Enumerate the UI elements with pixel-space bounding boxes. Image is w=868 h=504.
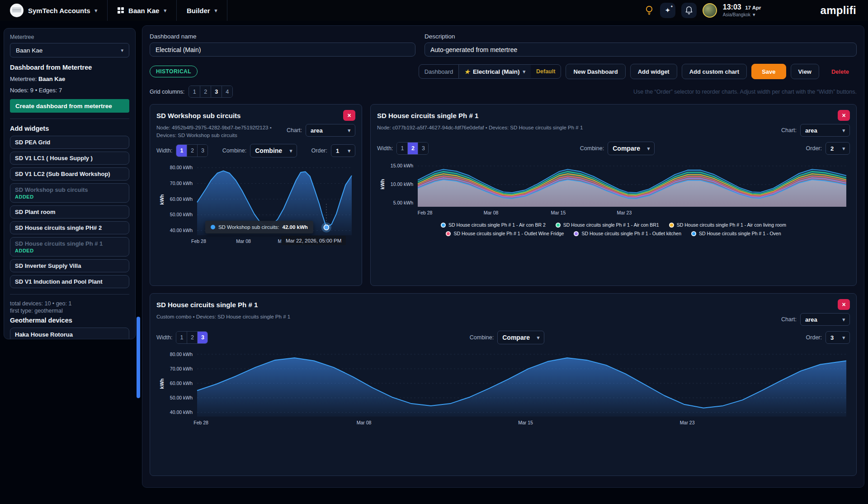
area-chart-house-compare[interactable]: 5.00 kWh10.00 kWh15.00 kWhkWhFeb 28Mar 0… [377, 158, 850, 218]
widget-item: SD House circuits single Ph # 1ADDED [10, 237, 129, 257]
sidebar-scrollbar-thumb[interactable] [137, 317, 140, 398]
width-option-1[interactable]: 1 [176, 332, 187, 343]
legend-item[interactable]: SD House circuits single Ph # 1 - Air co… [669, 222, 786, 228]
tooltip-dot-icon [211, 225, 215, 229]
device-name: Haka House Rotorua [15, 331, 124, 338]
width-option-1[interactable]: 1 [176, 145, 187, 157]
width-option-1[interactable]: 1 [397, 143, 407, 154]
sparkles-icon: ✦ [665, 6, 671, 14]
geothermal-device-item[interactable]: Haka House Rotorua 6952aaae23e9166c5910c… [10, 328, 129, 339]
combine-select[interactable]: Compare▾ [608, 142, 655, 155]
chevron-down-icon: ▾ [95, 8, 98, 14]
svg-text:kWh: kWh [159, 378, 165, 389]
widget-item[interactable]: SD House circuits single PH# 2 [10, 221, 129, 234]
device-id: 6952aaae23e9166c5910c8c8 [15, 339, 124, 339]
combine-select[interactable]: Compare▾ [497, 331, 544, 344]
dashboard-name-label: Dashboard name [150, 33, 415, 40]
add-widget-button[interactable]: Add widget [630, 64, 677, 79]
create-dashboard-button[interactable]: Create dashboard from metertree [10, 99, 129, 113]
lightbulb-icon[interactable] [644, 5, 654, 16]
combine-select[interactable]: Combine▾ [250, 144, 297, 157]
svg-text:Mar 08: Mar 08 [484, 210, 499, 215]
order-select[interactable]: 2▾ [826, 142, 850, 155]
historical-badge: HISTORICAL [150, 66, 198, 77]
save-button[interactable]: Save [751, 64, 786, 79]
site-menu[interactable]: Baan Kae ▾ [108, 0, 176, 21]
svg-text:50.00 kWh: 50.00 kWh [170, 395, 193, 400]
grid-columns-option-4[interactable]: 4 [222, 86, 232, 97]
width-option-3[interactable]: 3 [197, 332, 208, 343]
chart-type-select[interactable]: area▾ [800, 124, 850, 137]
svg-text:60.00 kWh: 60.00 kWh [170, 196, 193, 202]
description-input[interactable] [425, 43, 857, 57]
dashboard-selector[interactable]: ★ Electrical (Main) ▾ [458, 65, 531, 78]
new-dashboard-button[interactable]: New Dashboard [566, 64, 625, 79]
width-option-2[interactable]: 2 [187, 145, 197, 157]
legend-item[interactable]: SD House circuits single Ph # 1 - Air co… [556, 222, 659, 228]
view-button[interactable]: View [791, 64, 819, 79]
close-icon[interactable]: × [838, 110, 850, 121]
top-navbar: SymTech Accounts ▾ Baan Kae ▾ Builder ▾ … [0, 0, 868, 21]
builder-menu[interactable]: Builder ▾ [177, 0, 227, 21]
grid-columns-option-2[interactable]: 2 [200, 86, 211, 97]
legend-item[interactable]: SD House circuits single Ph # 1 - Air co… [441, 222, 546, 228]
area-chart-workshop[interactable]: 40.00 kWh50.00 kWh60.00 kWh70.00 kWh80.0… [156, 160, 355, 246]
legend-item[interactable]: SD House circuits single Ph # 1 - Oven [691, 231, 781, 236]
dashboard-selector-value: Electrical (Main) [473, 68, 520, 75]
grid-columns-option-3[interactable]: 3 [211, 86, 222, 97]
widget-item: SD Workshop sub circuitsADDED [10, 183, 129, 203]
user-avatar[interactable] [703, 3, 717, 18]
account-menu[interactable]: SymTech Accounts ▾ [0, 0, 107, 21]
metertree-select[interactable]: Baan Kae ▾ [10, 43, 129, 57]
svg-text:Mar 08: Mar 08 [236, 238, 251, 244]
metertree-label: Metertree [10, 34, 129, 40]
clock-time: 13:03 [723, 3, 741, 11]
chart-panel-workshop: SD Workshop sub circuits × Node: 4952b4f… [150, 104, 362, 286]
metertree-line: Metertree: Baan Kae [10, 76, 129, 82]
svg-text:Feb 28: Feb 28 [191, 238, 206, 244]
order-select[interactable]: 1▾ [331, 144, 355, 157]
chart-type-select[interactable]: area▾ [800, 313, 850, 326]
grid-columns-segmented: 1234 [189, 86, 233, 98]
widget-item[interactable]: SD PEA Grid [10, 136, 129, 149]
combine-label: Combine: [580, 145, 604, 152]
legend-item[interactable]: SD House circuits single Ph # 1 - Outlet… [574, 231, 681, 236]
chart-type-select[interactable]: area▾ [306, 124, 355, 137]
site-menu-label: Baan Kae [128, 7, 159, 14]
legend-dot-icon [669, 223, 674, 228]
sparkles-button[interactable]: ✦ [660, 3, 675, 18]
svg-text:kWh: kWh [159, 194, 165, 205]
widget-item[interactable]: SD V1 Induction and Pool Plant [10, 275, 129, 288]
svg-text:70.00 kWh: 70.00 kWh [170, 366, 193, 371]
widget-item[interactable]: SD Inverter Supply Villa [10, 259, 129, 272]
close-icon[interactable]: × [838, 299, 850, 310]
svg-text:Mar 23: Mar 23 [680, 420, 695, 425]
chevron-down-icon: ▾ [523, 69, 525, 75]
chevron-down-icon: ▾ [121, 48, 123, 53]
close-icon[interactable]: × [343, 110, 355, 121]
delete-button[interactable]: Delete [824, 64, 857, 79]
added-tag: ADDED [15, 194, 124, 200]
chart-meta: Custom combo • Devices: SD House circuit… [156, 313, 775, 321]
width-option-2[interactable]: 2 [187, 332, 197, 343]
widget-item[interactable]: SD Plant room [10, 205, 129, 219]
clock-widget[interactable]: 13:03 17 Apr Asia/Bangkok ▾ [723, 3, 761, 18]
chevron-down-icon: ▾ [215, 8, 217, 14]
dashboard-name-field-group: Dashboard name [150, 33, 415, 57]
order-select[interactable]: 3▾ [826, 331, 850, 344]
app-root: SymTech Accounts ▾ Baan Kae ▾ Builder ▾ … [0, 0, 868, 504]
widget-item[interactable]: SD V1 LC2 (Sub Board Workshop) [10, 167, 129, 181]
width-option-3[interactable]: 3 [418, 143, 428, 154]
widget-item[interactable]: SD V1 LC1 ( House Supply ) [10, 152, 129, 165]
star-icon: ★ [464, 68, 470, 75]
width-option-3[interactable]: 3 [197, 145, 208, 157]
add-custom-chart-button[interactable]: Add custom chart [682, 64, 747, 79]
svg-text:15.00 kWh: 15.00 kWh [391, 163, 413, 168]
width-option-2[interactable]: 2 [407, 143, 418, 154]
width-label: Width: [377, 145, 393, 152]
area-chart-house-full[interactable]: 40.00 kWh50.00 kWh60.00 kWh70.00 kWh80.0… [156, 347, 850, 428]
notifications-button[interactable] [681, 3, 697, 18]
dashboard-name-input[interactable] [150, 43, 415, 57]
legend-item[interactable]: SD House circuits single Ph # 1 - Outlet… [446, 231, 564, 236]
grid-columns-option-1[interactable]: 1 [189, 86, 200, 97]
